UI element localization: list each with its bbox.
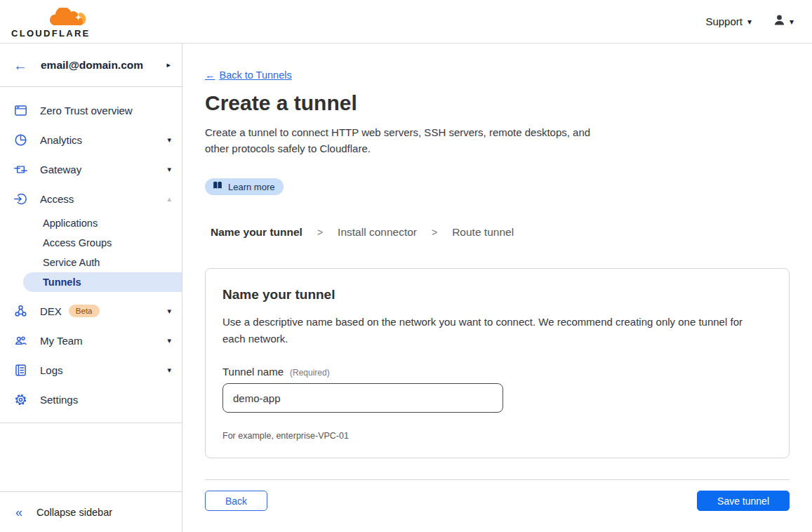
- footer-actions: Back Save tunnel: [205, 491, 790, 511]
- sidebar-item-settings[interactable]: Settings: [0, 385, 182, 414]
- sidebar-item-label: Settings: [40, 394, 78, 406]
- sidebar-item-zero-trust-overview[interactable]: Zero Trust overview: [0, 95, 182, 125]
- collapse-sidebar-button[interactable]: « Collapse sidebar: [0, 491, 182, 532]
- chevron-down-icon: ▾: [790, 18, 794, 26]
- sidebar-item-label: Zero Trust overview: [40, 105, 133, 117]
- step-separator: >: [432, 227, 437, 238]
- cloudflare-logo-text: CLOUDFLARE: [11, 29, 91, 38]
- name-tunnel-card: Name your tunnel Use a descriptive name …: [205, 268, 790, 458]
- sidebar: ← email@domain.com ▸ Zero Trust overview…: [0, 44, 182, 532]
- field-helper-text: For example, enterprise-VPC-01: [222, 431, 772, 441]
- back-to-tunnels-link[interactable]: ← Back to Tunnels: [205, 69, 292, 81]
- overview-icon: [13, 102, 28, 118]
- learn-more-label: Learn more: [228, 182, 274, 192]
- chevron-down-icon: ▾: [167, 337, 171, 345]
- back-link-label: Back to Tunnels: [220, 69, 292, 81]
- sidebar-item-label: My Team: [40, 335, 83, 347]
- footer-divider: [205, 479, 790, 480]
- support-menu[interactable]: Support ▾: [705, 15, 752, 27]
- account-email: email@domain.com: [41, 59, 143, 72]
- top-header: CLOUDFLARE Support ▾ ▾: [0, 0, 812, 44]
- sidebar-item-label: Logs: [40, 364, 63, 376]
- analytics-icon: [13, 132, 28, 147]
- step-separator: >: [317, 227, 323, 238]
- sidebar-item-gateway[interactable]: Gateway ▾: [0, 154, 182, 184]
- page-description: Create a tunnel to connect HTTP web serv…: [205, 124, 615, 157]
- sidebar-item-analytics[interactable]: Analytics ▾: [0, 125, 182, 154]
- account-expand-icon[interactable]: ▸: [166, 60, 171, 69]
- tunnel-name-input[interactable]: [222, 383, 503, 413]
- sidebar-item-service-auth[interactable]: Service Auth: [0, 253, 182, 272]
- tunnel-name-label: Tunnel name: [222, 366, 284, 378]
- chevron-down-icon: ▾: [747, 18, 752, 26]
- back-arrow-icon: ←: [205, 69, 215, 81]
- page-title: Create a tunnel: [205, 91, 790, 115]
- collapse-chevrons-icon: «: [15, 506, 22, 519]
- dex-icon: [13, 303, 28, 319]
- support-label: Support: [705, 15, 743, 27]
- chevron-down-icon: ▾: [167, 366, 171, 374]
- sidebar-item-tunnels[interactable]: Tunnels: [23, 272, 182, 292]
- main-content: ← Back to Tunnels Create a tunnel Create…: [182, 44, 812, 532]
- chevron-down-icon: ▾: [167, 136, 171, 144]
- gateway-icon: [13, 161, 28, 177]
- sidebar-item-label: Analytics: [40, 134, 82, 146]
- logs-icon: [13, 362, 28, 378]
- step-install-connector: Install connector: [338, 226, 417, 239]
- account-header: ← email@domain.com ▸: [0, 44, 182, 87]
- gear-icon: [13, 392, 28, 407]
- sidebar-item-dex[interactable]: DEX Beta ▾: [0, 296, 182, 326]
- sidebar-item-applications[interactable]: Applications: [0, 213, 182, 233]
- sidebar-item-access-groups[interactable]: Access Groups: [0, 233, 182, 253]
- sidebar-item-label: Access Groups: [43, 237, 112, 248]
- learn-more-button[interactable]: Learn more: [205, 178, 284, 195]
- cloudflare-logo[interactable]: CLOUDFLARE: [11, 8, 91, 38]
- sidebar-item-my-team[interactable]: My Team ▾: [0, 326, 182, 355]
- access-icon: [13, 191, 28, 206]
- cloudflare-cloud-icon: [50, 8, 91, 29]
- sidebar-item-label: Gateway: [40, 164, 81, 175]
- sidebar-nav: Zero Trust overview Analytics ▾ Gateway …: [0, 87, 182, 414]
- sidebar-item-logs[interactable]: Logs ▾: [0, 355, 182, 385]
- user-icon: [773, 13, 786, 29]
- step-indicator: Name your tunnel > Install connector > R…: [205, 226, 790, 239]
- card-title: Name your tunnel: [222, 287, 772, 302]
- sidebar-item-label: Applications: [43, 218, 98, 229]
- sidebar-item-label: Access: [40, 193, 74, 205]
- chevron-down-icon: ▾: [167, 307, 171, 315]
- beta-badge: Beta: [69, 305, 100, 317]
- card-description: Use a descriptive name based on the netw…: [222, 314, 766, 347]
- sidebar-item-label: Tunnels: [43, 277, 81, 288]
- step-name-your-tunnel: Name your tunnel: [211, 226, 302, 239]
- my-team-icon: [13, 333, 28, 348]
- user-menu[interactable]: ▾: [773, 13, 794, 29]
- sidebar-item-label: DEX: [40, 305, 62, 317]
- required-hint: (Required): [290, 368, 330, 378]
- sidebar-item-label: Service Auth: [43, 257, 100, 268]
- book-icon: [213, 181, 222, 192]
- sidebar-item-access[interactable]: Access ▴: [0, 184, 182, 213]
- save-tunnel-button[interactable]: Save tunnel: [697, 491, 790, 511]
- chevron-down-icon: ▾: [167, 166, 171, 173]
- chevron-up-icon: ▴: [167, 195, 171, 203]
- back-arrow-icon[interactable]: ←: [13, 58, 27, 72]
- collapse-sidebar-label: Collapse sidebar: [36, 507, 112, 518]
- back-button[interactable]: Back: [205, 491, 267, 511]
- step-route-tunnel: Route tunnel: [452, 226, 514, 239]
